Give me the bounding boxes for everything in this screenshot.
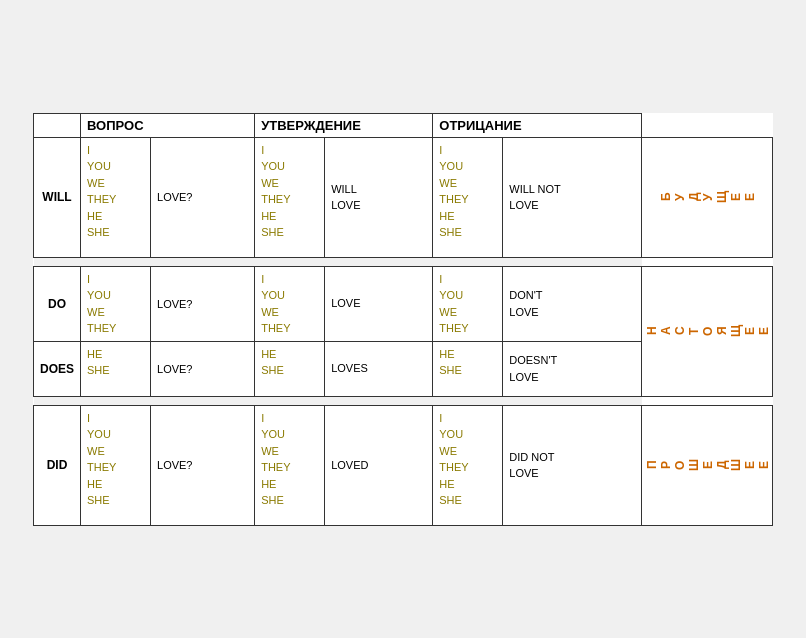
do-statement-subjects: IYOUWETHEY	[255, 266, 325, 341]
does-question-subjects: HESHE	[81, 341, 151, 396]
will-statement-subjects: IYOUWETHEYHESHE	[255, 137, 325, 257]
will-question-word: LOVE?	[151, 137, 255, 257]
did-negation-verb: DID NOTLOVE	[503, 405, 642, 525]
did-question-subjects: IYOUWETHEYHESHE	[81, 405, 151, 525]
tense-do: DO	[34, 266, 81, 341]
did-statement-verb: LOVED	[325, 405, 433, 525]
side-label-past: ПРОШЕДШЕЕ	[642, 405, 773, 525]
does-negation-subjects: HESHE	[433, 341, 503, 396]
does-question-word: LOVE?	[151, 341, 255, 396]
header-negation: ОТРИЦАНИЕ	[433, 113, 642, 137]
header-question: ВОПРОС	[81, 113, 255, 137]
tense-will: WILL	[34, 137, 81, 257]
do-negation-verb: DON'TLOVE	[503, 266, 642, 341]
main-content: ВОПРОС УТВЕРЖДЕНИЕ ОТРИЦАНИЕ WILL IYOUWE…	[33, 113, 773, 526]
do-negation-subjects: IYOUWETHEY	[433, 266, 503, 341]
grammar-table: ВОПРОС УТВЕРЖДЕНИЕ ОТРИЦАНИЕ WILL IYOUWE…	[33, 113, 773, 526]
did-question-word: LOVE?	[151, 405, 255, 525]
will-statement-verb: WILLLOVE	[325, 137, 433, 257]
does-negation-verb: DOESN'TLOVE	[503, 341, 642, 396]
will-negation-subjects: IYOUWETHEYHESHE	[433, 137, 503, 257]
tense-does: DOES	[34, 341, 81, 396]
will-negation-verb: WILL NOTLOVE	[503, 137, 642, 257]
header-statement: УТВЕРЖДЕНИЕ	[255, 113, 433, 137]
side-label-future: БУДУЩЕЕ	[642, 137, 773, 257]
did-statement-subjects: IYOUWETHEYHESHE	[255, 405, 325, 525]
do-question-subjects: IYOUWETHEY	[81, 266, 151, 341]
do-question-word: LOVE?	[151, 266, 255, 341]
does-statement-verb: LOVES	[325, 341, 433, 396]
do-statement-verb: LOVE	[325, 266, 433, 341]
does-statement-subjects: HESHE	[255, 341, 325, 396]
header-empty	[34, 113, 81, 137]
did-negation-subjects: IYOUWETHEYHESHE	[433, 405, 503, 525]
will-question-subjects: IYOUWETHEYHESHE	[81, 137, 151, 257]
side-label-present: НАСТОЯЩЕЕ	[642, 266, 773, 396]
tense-did: DID	[34, 405, 81, 525]
